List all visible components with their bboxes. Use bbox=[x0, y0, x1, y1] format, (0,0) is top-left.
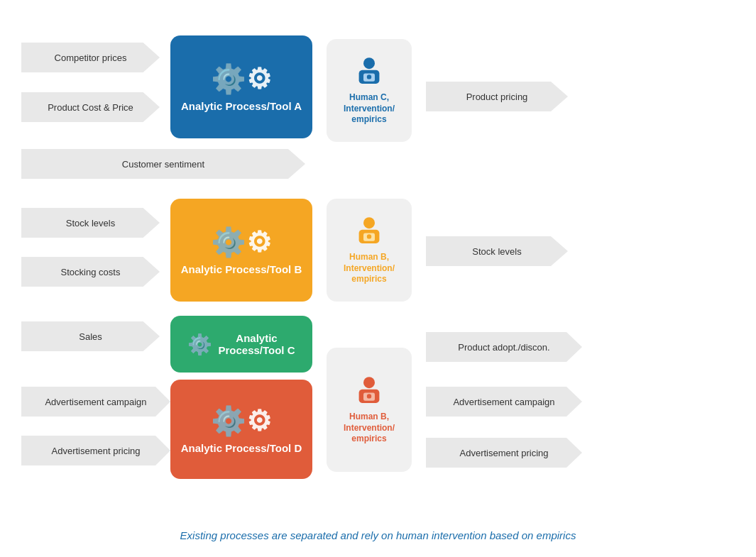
input-stock-levels: Stock levels bbox=[21, 208, 160, 238]
ad-pricing-input-label: Advertisement pricing bbox=[52, 446, 141, 456]
ad-campaign-output-label: Advertisement campaign bbox=[453, 397, 554, 407]
stock-levels-input-label: Stock levels bbox=[66, 218, 115, 228]
output-ad-pricing: Advertisement pricing bbox=[426, 438, 582, 468]
input-ad-campaign: Advertisement campaign bbox=[21, 387, 170, 417]
tool-d-label: Analytic Process/Tool D bbox=[175, 442, 308, 454]
human-b2-label: Human B,Intervention/empirics bbox=[344, 412, 395, 445]
output-ad-campaign: Advertisement campaign bbox=[426, 387, 582, 417]
sales-label: Sales bbox=[79, 331, 102, 342]
human-b2-box: Human B,Intervention/empirics bbox=[327, 348, 412, 472]
tool-d-gears: ⚙️⚙ bbox=[211, 404, 272, 438]
output-stock-levels: Stock levels bbox=[426, 236, 568, 266]
tool-c-box: ⚙️ AnalyticProcess/Tool C bbox=[170, 316, 312, 373]
input-sales: Sales bbox=[21, 321, 160, 351]
tool-a-box: ⚙️⚙ Analytic Process/Tool A bbox=[170, 35, 312, 138]
tool-a-gears: ⚙️⚙ bbox=[211, 62, 272, 96]
input-ad-pricing: Advertisement pricing bbox=[21, 436, 170, 465]
svg-point-4 bbox=[363, 217, 375, 228]
tool-c-gears: ⚙️ bbox=[187, 333, 212, 356]
stocking-costs-label: Stocking costs bbox=[61, 267, 121, 277]
input-customer-sentiment: Customer sentiment bbox=[21, 149, 305, 179]
tool-b-gears: ⚙️⚙ bbox=[211, 226, 272, 259]
tool-c-label: AnalyticProcess/Tool C bbox=[218, 332, 295, 356]
svg-point-3 bbox=[367, 75, 371, 79]
tool-b-box: ⚙️⚙ Analytic Process/Tool B bbox=[170, 199, 312, 302]
ad-campaign-input-label: Advertisement campaign bbox=[45, 397, 146, 407]
output-product-pricing: Product pricing bbox=[426, 82, 568, 111]
product-pricing-label: Product pricing bbox=[466, 92, 528, 102]
human-c-box: Human C,Intervention/empirics bbox=[327, 39, 412, 142]
input-competitor-prices: Competitor prices bbox=[21, 43, 160, 72]
input-product-cost-price: Product Cost & Price bbox=[21, 92, 160, 122]
human-b2-figure bbox=[352, 375, 386, 409]
human-c-figure bbox=[352, 55, 386, 89]
human-c-label: Human C,Intervention/empirics bbox=[344, 92, 395, 126]
footer-text: Existing processes are separated and rel… bbox=[0, 529, 756, 541]
human-b1-figure bbox=[352, 215, 386, 249]
output-product-adopt: Product adopt./discon. bbox=[426, 332, 582, 362]
svg-point-7 bbox=[367, 234, 371, 238]
ad-pricing-output-label: Advertisement pricing bbox=[460, 448, 549, 458]
svg-point-11 bbox=[367, 394, 371, 398]
human-b1-label: Human B,Intervention/empirics bbox=[344, 252, 395, 285]
tool-d-box: ⚙️⚙ Analytic Process/Tool D bbox=[170, 380, 312, 479]
tool-a-label: Analytic Process/Tool A bbox=[175, 100, 307, 112]
diagram: Competitor prices Product Cost & Price ⚙… bbox=[0, 0, 756, 557]
stock-levels-output-label: Stock levels bbox=[472, 246, 521, 257]
product-cost-price-label: Product Cost & Price bbox=[48, 102, 133, 113]
competitor-prices-label: Competitor prices bbox=[55, 53, 127, 63]
svg-point-8 bbox=[363, 377, 375, 388]
customer-sentiment-label: Customer sentiment bbox=[122, 159, 204, 170]
tool-b-label: Analytic Process/Tool B bbox=[175, 263, 308, 275]
input-stocking-costs: Stocking costs bbox=[21, 257, 160, 287]
product-adopt-label: Product adopt./discon. bbox=[458, 342, 549, 353]
human-b1-box: Human B,Intervention/empirics bbox=[327, 199, 412, 302]
svg-point-0 bbox=[363, 57, 375, 69]
